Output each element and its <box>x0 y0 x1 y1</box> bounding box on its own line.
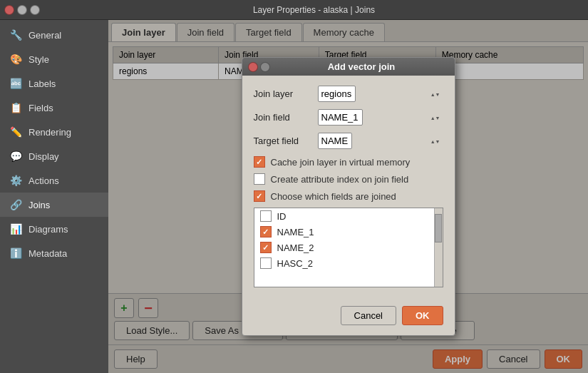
target-field-select[interactable]: NAME <box>318 133 352 149</box>
choose-fields-label: Choose which fields are joined <box>271 191 396 202</box>
sidebar-label-joins: Joins <box>29 200 50 210</box>
dialog-close-button[interactable] <box>248 62 258 72</box>
dialog-buttons: Cancel OK <box>242 302 455 335</box>
sidebar-label-general: General <box>29 30 61 41</box>
field-label-hasc2: HASC_2 <box>277 258 314 269</box>
field-item-name2[interactable]: NAME_2 <box>254 240 443 255</box>
cache-checkbox[interactable] <box>254 156 265 168</box>
maximize-button[interactable] <box>30 5 40 15</box>
choose-fields-checkbox-row[interactable]: Choose which fields are joined <box>254 190 443 202</box>
cache-label: Cache join layer in virtual memory <box>271 157 411 168</box>
sidebar-label-diagrams: Diagrams <box>29 224 68 235</box>
target-field-label: Target field <box>254 136 318 146</box>
actions-icon: ⚙️ <box>9 173 23 188</box>
join-layer-select-wrapper: regions <box>318 86 443 102</box>
labels-icon: 🔤 <box>9 76 23 91</box>
sidebar: 🔧 General 🎨 Style 🔤 Labels 📋 Fields ✏️ R… <box>0 20 108 373</box>
display-icon: 💬 <box>9 149 23 163</box>
sidebar-label-metadata: Metadata <box>29 248 67 259</box>
dialog-title-controls <box>248 62 270 72</box>
sidebar-label-actions: Actions <box>29 175 59 186</box>
dialog-title: Add vector join <box>274 61 449 72</box>
join-layer-row: Join layer regions <box>254 86 443 102</box>
field-label-name1: NAME_1 <box>277 227 314 237</box>
sidebar-item-labels[interactable]: 🔤 Labels <box>0 71 108 96</box>
dialog-titlebar: Add vector join <box>242 58 455 76</box>
sidebar-item-metadata[interactable]: ℹ️ Metadata <box>0 241 108 265</box>
field-item-name1[interactable]: NAME_1 <box>254 224 443 240</box>
join-field-row: Join field NAME_1 <box>254 109 443 126</box>
sidebar-item-rendering[interactable]: ✏️ Rendering <box>0 120 108 144</box>
fields-scrollbar[interactable] <box>434 208 443 287</box>
join-field-select[interactable]: NAME_1 <box>318 109 363 126</box>
fields-list[interactable]: ID NAME_1 NAME_2 HASC_2 <box>254 208 443 287</box>
sidebar-item-diagrams[interactable]: 📊 Diagrams <box>0 217 108 241</box>
style-icon: 🎨 <box>9 52 23 66</box>
field-item-hasc2[interactable]: HASC_2 <box>254 255 443 271</box>
sidebar-item-general[interactable]: 🔧 General <box>0 23 108 47</box>
sidebar-item-style[interactable]: 🎨 Style <box>0 47 108 71</box>
field-checkbox-name1[interactable] <box>260 226 272 237</box>
attribute-index-label: Create attribute index on join field <box>271 174 409 185</box>
cache-checkbox-row[interactable]: Cache join layer in virtual memory <box>254 156 443 168</box>
join-field-label: Join field <box>254 112 318 123</box>
sidebar-label-style: Style <box>29 54 49 65</box>
modal-overlay: Add vector join Join layer regions <box>108 20 588 373</box>
field-item-id[interactable]: ID <box>254 208 443 224</box>
field-checkbox-id[interactable] <box>260 210 272 222</box>
minimize-button[interactable] <box>17 5 27 15</box>
field-checkbox-name2[interactable] <box>260 242 272 253</box>
dialog-min-button[interactable] <box>260 62 270 72</box>
target-field-row: Target field NAME <box>254 133 443 149</box>
metadata-icon: ℹ️ <box>9 246 23 260</box>
sidebar-item-fields[interactable]: 📋 Fields <box>0 96 108 120</box>
content-area: Join layer Join field Target field Memor… <box>108 20 588 373</box>
sidebar-label-rendering: Rendering <box>29 127 71 138</box>
sidebar-item-joins[interactable]: 🔗 Joins <box>0 193 108 217</box>
dialog-body: Join layer regions Join field NAME_1 <box>242 76 455 302</box>
attribute-index-checkbox[interactable] <box>254 173 265 185</box>
main-layout: 🔧 General 🎨 Style 🔤 Labels 📋 Fields ✏️ R… <box>0 20 588 373</box>
titlebar: Layer Properties - alaska | Joins <box>0 0 588 20</box>
sidebar-item-display[interactable]: 💬 Display <box>0 144 108 168</box>
titlebar-controls <box>4 5 40 15</box>
sidebar-label-fields: Fields <box>29 103 53 113</box>
diagrams-icon: 📊 <box>9 222 23 236</box>
add-vector-join-dialog: Add vector join Join layer regions <box>242 57 455 336</box>
field-label-id: ID <box>277 211 287 222</box>
dialog-cancel-button[interactable]: Cancel <box>341 306 396 325</box>
field-checkbox-hasc2[interactable] <box>260 257 272 269</box>
target-field-select-wrapper: NAME <box>318 133 443 149</box>
window-title: Layer Properties - alaska | Joins <box>44 5 584 15</box>
field-label-name2: NAME_2 <box>277 242 314 253</box>
joins-icon: 🔗 <box>9 198 23 212</box>
join-field-select-wrapper: NAME_1 <box>318 109 443 126</box>
attribute-index-checkbox-row[interactable]: Create attribute index on join field <box>254 173 443 185</box>
sidebar-label-labels: Labels <box>29 78 56 89</box>
sidebar-item-actions[interactable]: ⚙️ Actions <box>0 168 108 193</box>
general-icon: 🔧 <box>9 28 23 42</box>
rendering-icon: ✏️ <box>9 125 23 139</box>
join-layer-label: Join layer <box>254 88 318 99</box>
sidebar-label-display: Display <box>29 151 59 162</box>
dialog-ok-button[interactable]: OK <box>402 306 443 325</box>
choose-fields-checkbox[interactable] <box>254 190 265 202</box>
join-layer-select[interactable]: regions <box>318 86 356 102</box>
close-button[interactable] <box>4 5 14 15</box>
fields-icon: 📋 <box>9 101 23 115</box>
scrollbar-thumb[interactable] <box>435 214 442 242</box>
